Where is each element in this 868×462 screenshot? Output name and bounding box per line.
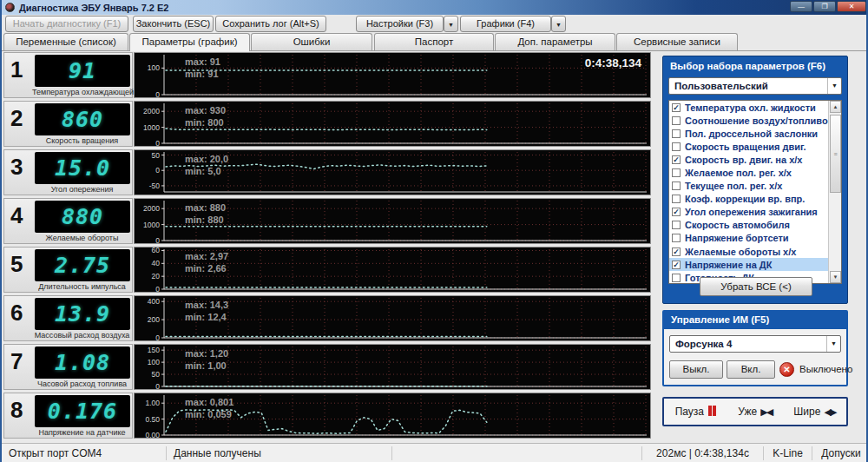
scrollbar-thumb[interactable]: ≡ xyxy=(830,115,841,193)
checkbox-checked-icon[interactable]: ✓ xyxy=(672,155,681,164)
parameter-list-item[interactable]: Скорость вращения двиг. xyxy=(669,140,841,153)
checkbox-unchecked-icon[interactable] xyxy=(672,168,681,177)
parameter-item-label: Скорость вр. двиг. на х/х xyxy=(685,155,802,165)
parameter-list-item[interactable]: Текущее пол. рег. х/х xyxy=(669,180,841,193)
chart-max-label: max: 91 xyxy=(185,56,220,68)
chart-maxmin-label: max: 14,3min: 12,4 xyxy=(185,299,228,323)
chart-maxmin-label: max: 2,97min: 2,66 xyxy=(185,250,228,274)
checkbox-checked-icon[interactable]: ✓ xyxy=(672,261,681,269)
narrower-button[interactable]: Уже ▶◀ xyxy=(738,406,772,418)
parameter-list-item[interactable]: ✓Угол опережения зажигания xyxy=(669,206,841,219)
lcd-display: 2.75 xyxy=(35,249,130,281)
chart-maxmin-label: max: 1,20min: 1,00 xyxy=(185,347,228,372)
parameter-list-item[interactable]: Напряжение бортсети xyxy=(669,232,841,245)
actuator-off-button[interactable]: Выкл. xyxy=(669,360,723,379)
display-label: Желаемые обороты xyxy=(32,234,132,242)
parameter-list-item[interactable]: Желаемое пол. рег. х/х xyxy=(669,166,841,179)
checkbox-unchecked-icon[interactable] xyxy=(672,234,681,242)
preset-select-value: Пользовательский xyxy=(674,81,768,91)
svg-text:0.50: 0.50 xyxy=(145,415,160,424)
parameter-item-label: Желаемые обороты х/х xyxy=(685,247,796,257)
preset-select[interactable]: Пользовательский ▼ xyxy=(668,77,842,95)
tab-passport[interactable]: Паспорт xyxy=(374,33,494,50)
actuator-off-status-icon: ✕ xyxy=(779,362,794,377)
chart-min-label: min: 880 xyxy=(185,214,226,226)
checkbox-unchecked-icon[interactable] xyxy=(672,182,681,190)
chart-min-label: min: 12,4 xyxy=(185,311,228,323)
chart-max-label: max: 20,0 xyxy=(185,153,228,165)
finish-button[interactable]: Закончить (ESC) xyxy=(133,16,214,32)
display-block-3: 315.0Угол опережения xyxy=(3,149,133,195)
settings-button[interactable]: Настройки (F3) xyxy=(356,16,444,32)
parameter-item-label: Напряжение бортсети xyxy=(685,233,789,243)
checkbox-checked-icon[interactable]: ✓ xyxy=(672,103,681,112)
display-label: Длительность импульса xyxy=(32,282,132,291)
lcd-display: 860 xyxy=(35,103,130,135)
lcd-display: 91 xyxy=(35,55,130,87)
checkbox-checked-icon[interactable]: ✓ xyxy=(672,248,681,256)
status-spacer xyxy=(392,446,642,460)
display-label: Угол опережения xyxy=(32,185,132,194)
settings-dropdown-icon[interactable]: ▼ xyxy=(444,16,458,32)
checkbox-unchecked-icon[interactable] xyxy=(672,195,681,203)
chevron-down-icon[interactable]: ▼ xyxy=(827,78,841,94)
parameter-list-item[interactable]: ✓Скорость вр. двиг. на х/х xyxy=(669,153,841,166)
parameter-list-item[interactable]: Соотношение воздух/топливо xyxy=(669,114,841,127)
display-number: 6 xyxy=(10,300,23,327)
actuator-panel-header: Управление ИМ (F5) xyxy=(664,312,846,329)
checkbox-unchecked-icon[interactable] xyxy=(672,221,681,229)
tab-parameters-graph[interactable]: Параметры (график) xyxy=(129,33,250,51)
parameter-list-item[interactable]: ✓Напряжение на ДК xyxy=(669,258,841,271)
parameter-list-item[interactable]: Скорость автомобиля xyxy=(669,219,841,232)
tab-variables-list[interactable]: Переменные (список) xyxy=(3,33,128,50)
maximize-button[interactable]: ❐ xyxy=(813,1,836,12)
chart-min-label: min: 0,059 xyxy=(185,408,233,420)
close-button[interactable]: ✕ xyxy=(837,1,866,12)
chart-maxmin-label: max: 930min: 800 xyxy=(185,104,226,129)
window-title: Диагностика ЭБУ Январь 7.2 Е2 xyxy=(19,3,168,13)
chart-maxmin-label: max: 880min: 880 xyxy=(185,201,226,226)
scroll-down-icon[interactable]: ▼ xyxy=(830,271,841,283)
parameter-list-item[interactable]: ✓Желаемые обороты х/х xyxy=(669,245,841,258)
minimize-button[interactable]: — xyxy=(790,1,812,12)
tab-errors[interactable]: Ошибки xyxy=(251,33,372,50)
checkbox-unchecked-icon[interactable] xyxy=(672,129,681,138)
svg-text:0: 0 xyxy=(155,90,160,97)
display-number: 4 xyxy=(10,202,23,229)
tab-service-records[interactable]: Сервисные записи xyxy=(616,33,738,50)
display-label: Температура охлаждающей xyxy=(32,88,132,96)
display-label: Напряжение на датчике xyxy=(32,428,132,437)
svg-text:50: 50 xyxy=(152,370,161,379)
display-block-7: 71.08Часовой расход топлива xyxy=(3,344,133,390)
start-diagnostics-button[interactable]: Начать диагностику (F1) xyxy=(5,16,128,32)
parameter-list-item[interactable]: Пол. дроссельной заслонки xyxy=(669,127,841,140)
checkbox-unchecked-icon[interactable] xyxy=(672,142,681,151)
checkbox-unchecked-icon[interactable] xyxy=(672,116,681,125)
actuator-select[interactable]: Форсунка 4 ▼ xyxy=(669,335,841,353)
checkbox-checked-icon[interactable]: ✓ xyxy=(672,208,681,216)
playback-panel: Пауза Уже ▶◀ Шире ◀▶ xyxy=(662,397,848,426)
parameter-list-item[interactable]: Коэф. коррекции вр. впр. xyxy=(669,193,841,206)
scroll-up-icon[interactable]: ▲ xyxy=(830,101,841,113)
tab-extra-parameters[interactable]: Доп. параметры xyxy=(495,33,615,50)
parameter-item-label: Текущее пол. рег. х/х xyxy=(685,181,782,191)
list-scrollbar[interactable]: ▲≡▼ xyxy=(828,101,841,283)
chart-max-label: max: 2,97 xyxy=(185,250,228,262)
parameter-set-panel: Выбор набора параметров (F6) Пользовател… xyxy=(662,56,848,304)
actuator-on-button[interactable]: Вкл. xyxy=(727,360,775,379)
chart-max-label: max: 0,801 xyxy=(185,396,233,408)
chart-max-label: max: 1,20 xyxy=(185,347,228,360)
checkbox-unchecked-icon[interactable] xyxy=(672,274,681,282)
save-log-button[interactable]: Сохранить лог (Alt+S) xyxy=(215,16,326,32)
display-label: Массовый расход воздуха xyxy=(32,331,132,340)
parameter-checkbox-list: ✓Температура охл. жидкостиСоотношение во… xyxy=(668,100,842,284)
display-label: Часовой расход топлива xyxy=(32,380,132,388)
graphs-dropdown-icon[interactable]: ▼ xyxy=(551,16,566,32)
graphs-button[interactable]: Графики (F4) xyxy=(460,16,551,32)
remove-all-button[interactable]: Убрать ВСЕ (<) xyxy=(700,277,812,296)
pause-button[interactable]: Пауза xyxy=(675,406,716,419)
chart-panel-4: 200010000max: 880min: 880 xyxy=(134,198,651,244)
parameter-list-item[interactable]: ✓Температура охл. жидкости xyxy=(669,101,841,114)
chevron-down-icon[interactable]: ▼ xyxy=(826,336,840,352)
wider-button[interactable]: Шире ◀▶ xyxy=(793,406,835,418)
